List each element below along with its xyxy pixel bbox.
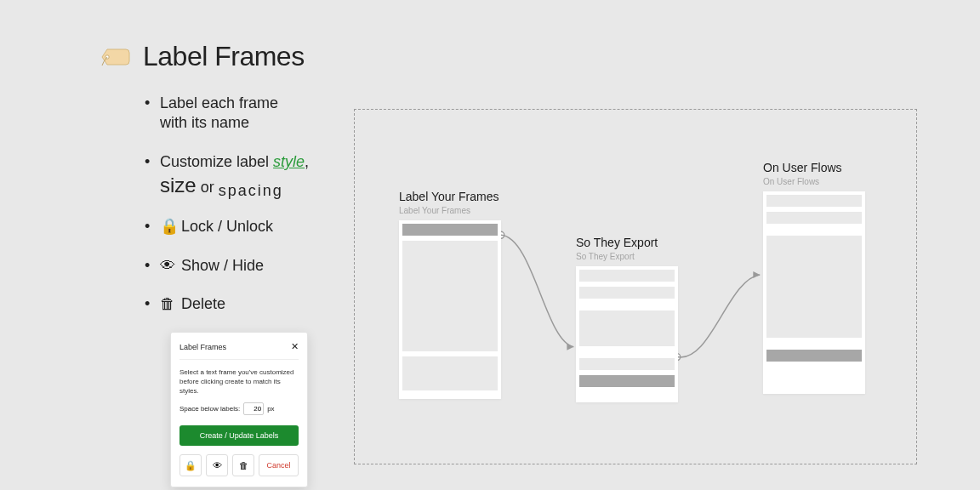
dialog-description: Select a text frame you've customized be…: [179, 360, 299, 396]
feature-item: 👁 Show / Hide: [145, 256, 332, 276]
text: ,: [305, 153, 309, 170]
text: Lock / Unlock: [181, 218, 273, 235]
frame-group: Label Your Frames Label Your Frames: [399, 190, 501, 399]
feature-item: Label each frame with its name: [145, 94, 332, 134]
create-update-button[interactable]: Create / Update Labels: [179, 425, 299, 446]
frame-label: On User Flows: [763, 161, 865, 174]
spacing-label: Space below labels:: [179, 405, 240, 413]
frame-group: So They Export So They Export: [576, 236, 678, 402]
visibility-button[interactable]: 👁: [206, 454, 228, 476]
frame-group: On User Flows On User Flows: [763, 161, 865, 394]
feature-item: 🗑 Delete: [145, 294, 332, 314]
spacing-unit: px: [267, 405, 274, 413]
canvas-area: Label Your Frames Label Your Frames So T…: [354, 109, 917, 464]
text: Customize label: [160, 153, 273, 170]
spacing-input[interactable]: [243, 402, 264, 415]
tag-icon: [100, 46, 131, 68]
frame-sublabel: On User Flows: [763, 177, 865, 186]
styled-text-spacing: spacing: [219, 182, 283, 199]
mock-frame: [763, 191, 865, 394]
text: Delete: [181, 295, 225, 312]
svg-marker-4: [753, 271, 760, 278]
page-title: Label Frames: [143, 41, 305, 72]
cancel-button[interactable]: Cancel: [259, 454, 299, 476]
feature-item: 🔒 Lock / Unlock: [145, 217, 332, 236]
trash-icon: 🗑: [160, 294, 175, 314]
text: Label each frame: [160, 94, 278, 111]
close-icon[interactable]: ✕: [291, 341, 299, 352]
label-frames-dialog: Label Frames ✕ Select a text frame you'v…: [170, 332, 308, 487]
styled-text-size: size: [160, 174, 197, 197]
text: Show / Hide: [181, 257, 264, 274]
feature-list: Label each frame with its name Customize…: [145, 94, 332, 333]
delete-button[interactable]: 🗑: [232, 454, 254, 476]
text: or: [197, 179, 219, 196]
frame-sublabel: Label Your Frames: [399, 206, 501, 215]
dialog-title: Label Frames: [179, 343, 226, 351]
frame-label: So They Export: [576, 236, 678, 249]
frame-label: Label Your Frames: [399, 190, 501, 203]
eye-icon: 👁: [160, 256, 175, 276]
svg-marker-2: [567, 344, 573, 350]
text: with its name: [160, 113, 332, 133]
feature-item: Customize label style, size or spacing: [145, 152, 332, 199]
lock-icon: 🔒: [160, 217, 175, 236]
frame-sublabel: So They Export: [576, 252, 678, 261]
mock-frame: [399, 220, 501, 399]
lock-button[interactable]: 🔒: [179, 454, 202, 476]
styled-text-style: style: [273, 153, 305, 170]
mock-frame: [576, 266, 678, 402]
